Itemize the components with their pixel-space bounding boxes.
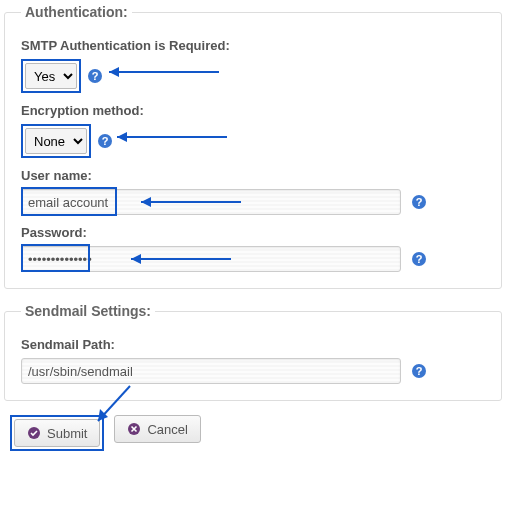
svg-text:?: ?	[416, 365, 423, 377]
svg-text:?: ?	[416, 253, 423, 265]
cancel-button[interactable]: Cancel	[114, 415, 200, 443]
encryption-select[interactable]: None	[25, 128, 87, 154]
smtp-auth-label: SMTP Authentication is Required:	[21, 38, 485, 53]
encryption-label: Encryption method:	[21, 103, 485, 118]
sendmail-fieldset: Sendmail Settings: Sendmail Path: ?	[4, 303, 502, 401]
svg-text:?: ?	[102, 135, 109, 147]
password-label: Password:	[21, 225, 485, 240]
help-icon[interactable]: ?	[87, 68, 103, 84]
encryption-highlight: None	[21, 124, 91, 158]
submit-highlight: Submit	[10, 415, 104, 451]
sendmail-legend: Sendmail Settings:	[21, 303, 155, 319]
help-icon[interactable]: ?	[411, 363, 427, 379]
smtp-auth-highlight: Yes	[21, 59, 81, 93]
authentication-fieldset: Authentication: SMTP Authentication is R…	[4, 4, 502, 289]
cancel-label: Cancel	[147, 422, 187, 437]
svg-marker-5	[117, 132, 127, 142]
username-label: User name:	[21, 168, 485, 183]
svg-text:?: ?	[416, 196, 423, 208]
authentication-legend: Authentication:	[21, 4, 132, 20]
svg-text:?: ?	[92, 70, 99, 82]
help-icon[interactable]: ?	[411, 251, 427, 267]
help-icon[interactable]: ?	[97, 133, 113, 149]
help-icon[interactable]: ?	[411, 194, 427, 210]
close-circle-icon	[127, 422, 141, 436]
sendmail-path-label: Sendmail Path:	[21, 337, 485, 352]
submit-label: Submit	[47, 426, 87, 441]
submit-button[interactable]: Submit	[14, 419, 100, 447]
check-circle-icon	[27, 426, 41, 440]
svg-marker-1	[109, 67, 119, 77]
sendmail-path-input[interactable]	[21, 358, 401, 384]
smtp-auth-select[interactable]: Yes	[25, 63, 77, 89]
